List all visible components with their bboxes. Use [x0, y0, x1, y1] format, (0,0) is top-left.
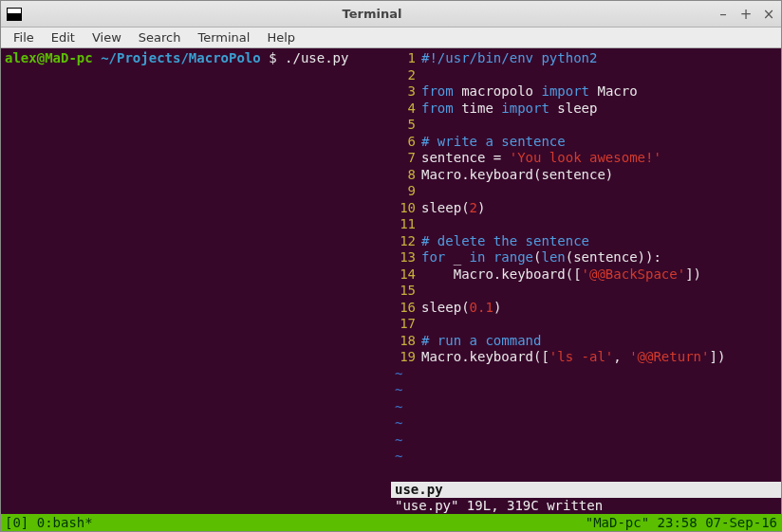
line-number: 3: [391, 83, 421, 101]
code-content: sleep(2): [421, 200, 485, 217]
code-line: 2: [391, 67, 781, 84]
line-number: 14: [391, 266, 421, 284]
line-number: 2: [391, 67, 421, 84]
code-content: Macro.keyboard(['@@BackSpace']): [421, 266, 701, 284]
line-number: 10: [391, 200, 421, 217]
code-line: 19Macro.keyboard(['ls -al', '@@Return']): [391, 349, 781, 366]
menu-item-file[interactable]: File: [7, 28, 41, 46]
code-line: 18# run a command: [391, 333, 781, 350]
line-number: 7: [391, 150, 421, 167]
code-content: sentence = 'You look awesome!': [421, 150, 661, 167]
code-line: 3from macropolo import Macro: [391, 83, 781, 101]
code-content: #!/usr/bin/env python2: [421, 50, 597, 67]
code-line: 13for _ in range(len(sentence)):: [391, 249, 781, 266]
line-number: 18: [391, 333, 421, 350]
menu-item-edit[interactable]: Edit: [45, 28, 82, 46]
code-content: for _ in range(len(sentence)):: [421, 249, 661, 266]
line-number: 8: [391, 167, 421, 184]
prompt-symbol: $: [269, 50, 276, 65]
code-content: from time import sleep: [421, 101, 597, 118]
minimize-button[interactable]: –: [717, 8, 730, 21]
empty-line-tilde: ~: [391, 449, 781, 466]
code-line: 17: [391, 316, 781, 333]
code-line: 11: [391, 216, 781, 233]
menu-item-view[interactable]: View: [85, 28, 128, 46]
line-number: 17: [391, 316, 421, 333]
line-number: 15: [391, 283, 421, 300]
line-number: 16: [391, 300, 421, 317]
code-line: 14 Macro.keyboard(['@@BackSpace']): [391, 266, 781, 284]
prompt-user: alex@MaD-pc: [5, 50, 93, 65]
window-titlebar: Terminal – + ×: [1, 1, 781, 28]
close-button[interactable]: ×: [762, 8, 775, 21]
code-line: 5: [391, 117, 781, 134]
code-content: Macro.keyboard(sentence): [421, 167, 613, 184]
code-content: Macro.keyboard(['ls -al', '@@Return']): [421, 349, 725, 366]
vim-filename-bar: use.py: [391, 482, 781, 498]
code-line: 9: [391, 183, 781, 200]
code-line: 7sentence = 'You look awesome!': [391, 150, 781, 167]
empty-line-tilde: ~: [391, 432, 781, 449]
code-line: 1#!/usr/bin/env python2: [391, 50, 781, 67]
maximize-button[interactable]: +: [739, 8, 753, 21]
tmux-status-bar: [0] 0:bash* "MaD-pc" 23:58 07-Sep-16: [1, 514, 781, 531]
code-line: 12# delete the sentence: [391, 233, 781, 250]
empty-line-tilde: ~: [391, 382, 781, 399]
terminal-area[interactable]: alex@MaD-pc ~/Projects/MacroPolo $ ./use…: [1, 48, 781, 514]
code-line: 10sleep(2): [391, 200, 781, 217]
terminal-icon: [7, 8, 22, 21]
line-number: 9: [391, 183, 421, 200]
tmux-right: "MaD-pc" 23:58 07-Sep-16: [586, 515, 777, 530]
code-area[interactable]: 1#!/usr/bin/env python223from macropolo …: [391, 50, 781, 482]
window-controls: – + ×: [717, 8, 775, 21]
menubar: FileEditViewSearchTerminalHelp: [1, 28, 781, 48]
code-line: 15: [391, 283, 781, 300]
menu-item-terminal[interactable]: Terminal: [191, 28, 256, 46]
code-content: from macropolo import Macro: [421, 83, 638, 101]
left-shell-pane[interactable]: alex@MaD-pc ~/Projects/MacroPolo $ ./use…: [1, 48, 390, 514]
code-content: # delete the sentence: [421, 233, 589, 250]
line-number: 1: [391, 50, 421, 67]
window-title: Terminal: [28, 7, 717, 21]
code-line: 16sleep(0.1): [391, 300, 781, 317]
tmux-left: [0] 0:bash*: [5, 515, 93, 530]
prompt-path: ~/Projects/MacroPolo: [101, 50, 261, 65]
line-number: 5: [391, 117, 421, 134]
code-line: 4from time import sleep: [391, 101, 781, 118]
vim-status-bar: "use.py" 19L, 319C written: [391, 498, 781, 514]
code-line: 8Macro.keyboard(sentence): [391, 167, 781, 184]
prompt-command: ./use.py: [285, 50, 348, 65]
empty-line-tilde: ~: [391, 366, 781, 383]
right-editor-pane[interactable]: 1#!/usr/bin/env python223from macropolo …: [390, 48, 781, 514]
line-number: 13: [391, 249, 421, 266]
empty-line-tilde: ~: [391, 415, 781, 432]
line-number: 11: [391, 216, 421, 233]
line-number: 6: [391, 134, 421, 151]
code-content: # write a sentence: [421, 134, 566, 151]
code-content: # run a command: [421, 333, 541, 350]
menu-item-search[interactable]: Search: [132, 28, 188, 46]
line-number: 19: [391, 349, 421, 366]
menu-item-help[interactable]: Help: [260, 28, 302, 46]
line-number: 12: [391, 233, 421, 250]
empty-line-tilde: ~: [391, 399, 781, 416]
line-number: 4: [391, 101, 421, 118]
code-content: sleep(0.1): [421, 300, 501, 317]
code-line: 6# write a sentence: [391, 134, 781, 151]
